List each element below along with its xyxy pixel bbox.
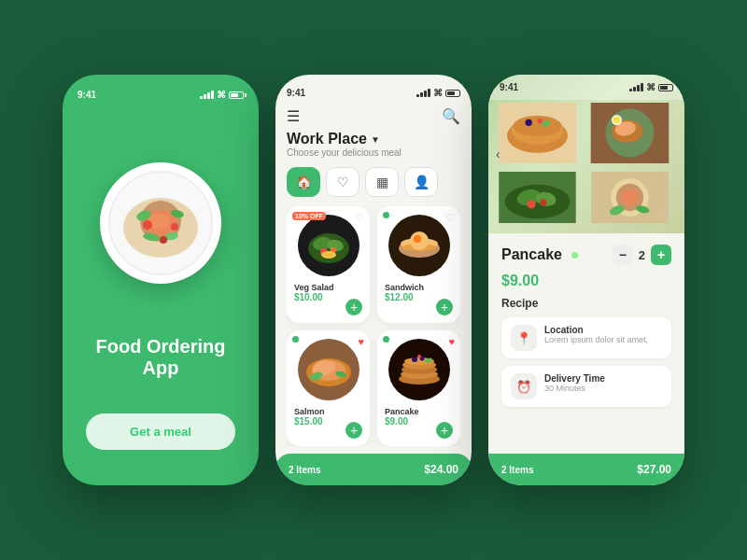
s3-price: $9.00 bbox=[501, 273, 671, 289]
status-bar-2: 9:41 ⌘ bbox=[287, 88, 460, 98]
battery-icon-3 bbox=[658, 84, 673, 91]
s3-recipe-label: Recipe bbox=[501, 297, 671, 310]
hamburger-icon[interactable]: ☰ bbox=[287, 107, 300, 125]
food-name-3: Salmon bbox=[294, 407, 362, 416]
wifi-icon: ⌘ bbox=[217, 90, 226, 100]
svg-point-63 bbox=[621, 189, 638, 205]
delivery-info-card: ⏰ Delivery Time 30 Minutes bbox=[501, 366, 671, 407]
back-arrow[interactable]: ‹ bbox=[496, 147, 500, 161]
food-name-2: Sandwich bbox=[385, 283, 453, 292]
svg-point-46 bbox=[537, 119, 543, 124]
workplace-subtitle: Choose your delicious meal bbox=[287, 147, 460, 158]
wifi-icon-2: ⌘ bbox=[433, 88, 443, 98]
svg-point-11 bbox=[160, 236, 167, 244]
food-image-4 bbox=[385, 338, 453, 401]
svg-point-37 bbox=[412, 357, 417, 362]
battery-icon-2 bbox=[445, 90, 460, 97]
quantity-control: − 2 + bbox=[613, 245, 671, 265]
tab-favorites[interactable]: ♡ bbox=[326, 167, 359, 197]
filter-tabs: 🏠 ♡ ▦ 👤 bbox=[287, 167, 460, 197]
svg-point-24 bbox=[414, 235, 421, 243]
food-card-pancake: ♥ Pancake $9.00 + bbox=[377, 330, 460, 447]
workplace-title: Work Place bbox=[287, 131, 367, 147]
increase-qty-button[interactable]: + bbox=[651, 245, 671, 265]
food-card-salmon: ♥ Salmon $15.00 + bbox=[287, 330, 370, 447]
favorite-icon-1[interactable]: ♡ bbox=[355, 212, 364, 224]
decrease-qty-button[interactable]: − bbox=[613, 245, 633, 265]
qty-value: 2 bbox=[639, 248, 645, 262]
s3-title-row: Pancake − 2 + bbox=[501, 245, 671, 265]
svg-point-45 bbox=[525, 119, 531, 126]
signal-icon-3 bbox=[629, 83, 643, 91]
food-name-4: Pancake bbox=[385, 407, 453, 416]
add-button-1[interactable]: + bbox=[345, 299, 362, 315]
status-icons-2: ⌘ bbox=[416, 88, 460, 98]
green-dot-3 bbox=[292, 336, 299, 343]
status-icons-3: ⌘ bbox=[629, 82, 673, 92]
green-dot-2 bbox=[383, 212, 389, 218]
tab-home[interactable]: 🏠 bbox=[287, 167, 320, 197]
signal-icon-2 bbox=[416, 89, 430, 97]
favorite-icon-3[interactable]: ♥ bbox=[358, 336, 364, 347]
cart-bar-3[interactable]: 2 Items $27.00 bbox=[488, 454, 684, 485]
hero-favorite-icon[interactable]: ♡ bbox=[660, 206, 673, 224]
status-bar-3: 9:41 ⌘ bbox=[488, 75, 684, 100]
discount-badge: 10% OFF bbox=[292, 212, 326, 220]
app-title: Food Ordering App bbox=[78, 336, 244, 379]
svg-point-59 bbox=[540, 199, 546, 205]
time-2: 9:41 bbox=[287, 88, 305, 98]
status-bar-1: 9:41 ⌘ bbox=[78, 90, 244, 100]
svg-point-18 bbox=[321, 251, 336, 259]
food-image-2 bbox=[385, 214, 453, 277]
add-button-4[interactable]: + bbox=[436, 422, 453, 439]
cart-bar-2[interactable]: 2 Items $24.00 bbox=[275, 454, 472, 485]
signal-icon bbox=[200, 91, 214, 99]
screen-2: 9:41 ⌘ ☰ 🔍 Work Place ▼ Choose your deli… bbox=[275, 75, 472, 485]
cart-total-3: $27.00 bbox=[637, 463, 671, 476]
favorite-icon-2[interactable]: ♡ bbox=[445, 212, 455, 224]
delivery-title-s3: Delivery Time bbox=[544, 373, 605, 384]
screen-1: 9:41 ⌘ bbox=[63, 75, 259, 485]
screen-3: 9:41 ⌘ bbox=[488, 75, 684, 485]
cart-items-count-2: 2 Items bbox=[289, 465, 320, 475]
dropdown-arrow[interactable]: ▼ bbox=[371, 134, 380, 145]
location-title-s3: Location bbox=[544, 325, 648, 335]
location-title-row: Work Place ▼ bbox=[287, 131, 460, 147]
battery-icon bbox=[229, 91, 244, 99]
time-1: 9:41 bbox=[78, 90, 96, 100]
add-button-3[interactable]: + bbox=[345, 422, 362, 439]
status-icons-1: ⌘ bbox=[200, 90, 244, 100]
svg-point-44 bbox=[513, 116, 561, 136]
food-card-veg-salad: 10% OFF ♡ Veg Salad $10.00 + bbox=[287, 206, 370, 323]
food-card-sandwich: ♡ Sandwich $12.00 + bbox=[377, 206, 460, 323]
food-name-1: Veg Salad bbox=[294, 283, 362, 292]
svg-point-9 bbox=[143, 220, 152, 230]
food-hero: 9:41 ⌘ bbox=[488, 75, 684, 233]
cart-items-count-3: 2 Items bbox=[501, 465, 533, 475]
green-dot-4 bbox=[383, 336, 389, 343]
wifi-icon-3: ⌘ bbox=[646, 82, 655, 92]
food-image-3 bbox=[294, 338, 362, 401]
food-image-1 bbox=[294, 214, 362, 277]
location-icon: 📍 bbox=[511, 325, 537, 351]
clock-icon: ⏰ bbox=[511, 373, 537, 399]
delivery-value-s3: 30 Minutes bbox=[544, 384, 605, 393]
add-button-2[interactable]: + bbox=[436, 299, 453, 315]
s3-detail-body: Pancake − 2 + $9.00 Recipe 📍 Location Lo… bbox=[488, 233, 684, 454]
get-meal-button[interactable]: Get a meal bbox=[86, 413, 235, 450]
tab-filter[interactable]: ▦ bbox=[365, 167, 399, 197]
s2-header: ☰ 🔍 bbox=[287, 107, 460, 125]
location-value-s3: Lorem ipsum dolor sit amet, bbox=[544, 335, 648, 344]
s3-food-name: Pancake bbox=[501, 246, 562, 263]
svg-point-39 bbox=[417, 355, 421, 358]
tab-profile[interactable]: 👤 bbox=[404, 167, 438, 197]
search-icon[interactable]: 🔍 bbox=[442, 107, 460, 125]
food-grid: 10% OFF ♡ Veg Salad $10.00 + ♡ bbox=[287, 206, 460, 446]
svg-point-53 bbox=[613, 117, 620, 123]
time-3: 9:41 bbox=[500, 82, 518, 92]
favorite-icon-4[interactable]: ♥ bbox=[448, 336, 455, 347]
cart-total-2: $24.00 bbox=[424, 463, 458, 476]
svg-point-58 bbox=[527, 200, 535, 208]
food-plate-svg bbox=[105, 167, 217, 279]
hero-food-image bbox=[100, 162, 221, 284]
